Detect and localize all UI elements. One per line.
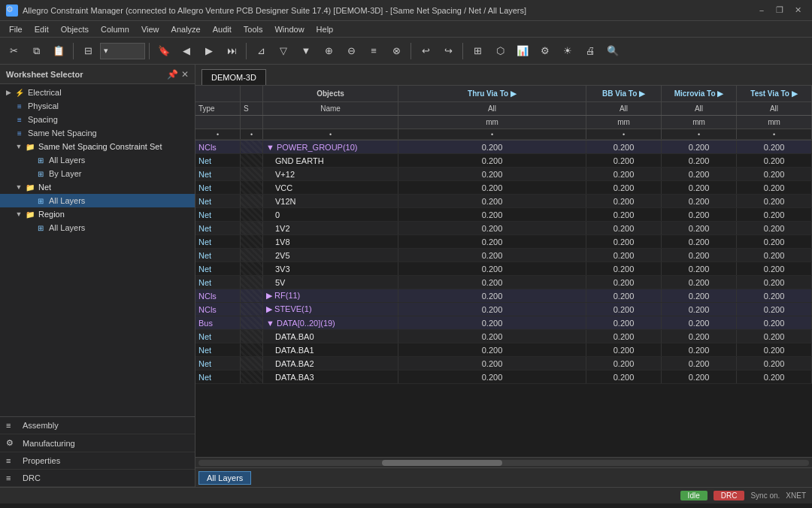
cell-v2[interactable]: 0.200 bbox=[586, 303, 662, 316]
table-row[interactable]: Net DATA.BA1 0.200 0.200 0.200 0.200 bbox=[195, 343, 812, 357]
h-scroll-thumb[interactable] bbox=[382, 460, 502, 466]
table-row[interactable]: NCls ▶ STEVE(1) 0.200 0.200 0.200 0.200 bbox=[195, 303, 812, 316]
cell-v3[interactable]: 0.200 bbox=[662, 249, 737, 262]
cell-v4[interactable]: 0.200 bbox=[737, 222, 812, 234]
toolbar-nav-next[interactable]: ▶ bbox=[198, 41, 220, 62]
menu-view[interactable]: View bbox=[135, 23, 165, 35]
cell-v1[interactable]: 0.200 bbox=[398, 370, 586, 383]
toolbar-nav-end[interactable]: ⏭ bbox=[221, 41, 242, 62]
toolbar-spreadsheet[interactable]: ⊞ bbox=[467, 41, 488, 62]
cell-v4[interactable]: 0.200 bbox=[737, 141, 812, 153]
menu-file[interactable]: File bbox=[3, 23, 29, 35]
toolbar-settings[interactable]: ⚙ bbox=[535, 41, 556, 62]
sidebar-item-electrical[interactable]: ▶ ⚡ Electrical bbox=[0, 86, 195, 99]
cell-v2[interactable]: 0.200 bbox=[586, 235, 662, 248]
cell-v3[interactable]: 0.200 bbox=[662, 168, 737, 180]
cell-v2[interactable]: 0.200 bbox=[586, 141, 662, 153]
h-scroll[interactable] bbox=[195, 457, 812, 467]
sidebar-item-assembly[interactable]: ≡ Assembly bbox=[0, 417, 195, 434]
cell-v1[interactable]: 0.200 bbox=[398, 330, 586, 343]
cell-v1[interactable]: 0.200 bbox=[398, 195, 586, 207]
sidebar-pin-icon[interactable]: 📌 bbox=[167, 69, 178, 80]
table-row[interactable]: Net 5V 0.200 0.200 0.200 0.200 bbox=[195, 276, 812, 289]
cell-v4[interactable]: 0.200 bbox=[737, 316, 812, 329]
cell-v1[interactable]: 0.200 bbox=[398, 181, 586, 194]
toolbar-star[interactable]: ☀ bbox=[557, 41, 578, 62]
menu-help[interactable]: Help bbox=[311, 23, 340, 35]
cell-v2[interactable]: 0.200 bbox=[586, 249, 662, 262]
cell-v2[interactable]: 0.200 bbox=[586, 168, 662, 180]
cell-v4[interactable]: 0.200 bbox=[737, 370, 812, 383]
cell-v3[interactable]: 0.200 bbox=[662, 303, 737, 316]
cell-v4[interactable]: 0.200 bbox=[737, 154, 812, 167]
cell-v2[interactable]: 0.200 bbox=[586, 222, 662, 234]
header-bb-via[interactable]: BB Via To ▶ bbox=[586, 86, 662, 101]
toolbar-filter5[interactable]: ⊕ bbox=[318, 41, 339, 62]
header-thru-via[interactable]: Thru Via To ▶ bbox=[398, 86, 586, 101]
cell-v3[interactable]: 0.200 bbox=[662, 289, 737, 302]
cell-v4[interactable]: 0.200 bbox=[737, 195, 812, 207]
cell-v1[interactable]: 0.200 bbox=[398, 262, 586, 275]
cell-v4[interactable]: 0.200 bbox=[737, 181, 812, 194]
cell-v1[interactable]: 0.200 bbox=[398, 168, 586, 180]
sidebar-item-physical[interactable]: ≡ Physical bbox=[0, 99, 195, 113]
table-row[interactable]: Net 1V2 0.200 0.200 0.200 0.200 bbox=[195, 222, 812, 235]
close-button[interactable]: ✕ bbox=[789, 2, 806, 19]
minimize-button[interactable]: − bbox=[753, 2, 770, 19]
sidebar-item-region-all-layers[interactable]: ⊞ All Layers bbox=[0, 221, 195, 234]
header-test-via[interactable]: Test Via To ▶ bbox=[737, 86, 812, 101]
cell-v3[interactable]: 0.200 bbox=[662, 195, 737, 207]
cell-v4[interactable]: 0.200 bbox=[737, 357, 812, 370]
cell-v2[interactable]: 0.200 bbox=[586, 181, 662, 194]
cell-v1[interactable]: 0.200 bbox=[398, 154, 586, 167]
restore-button[interactable]: ❐ bbox=[771, 2, 788, 19]
cell-v3[interactable]: 0.200 bbox=[662, 370, 737, 383]
toolbar-filter7[interactable]: ≡ bbox=[363, 41, 384, 62]
cell-v3[interactable]: 0.200 bbox=[662, 316, 737, 329]
sidebar-item-spacing[interactable]: ≡ Spacing bbox=[0, 113, 195, 126]
cell-v4[interactable]: 0.200 bbox=[737, 289, 812, 302]
sidebar-item-cset-all-layers[interactable]: ⊞ All Layers bbox=[0, 153, 195, 167]
cell-v2[interactable]: 0.200 bbox=[586, 195, 662, 207]
cell-v3[interactable]: 0.200 bbox=[662, 141, 737, 153]
cell-v3[interactable]: 0.200 bbox=[662, 330, 737, 343]
cell-v4[interactable]: 0.200 bbox=[737, 262, 812, 275]
cell-v2[interactable]: 0.200 bbox=[586, 330, 662, 343]
cell-v3[interactable]: 0.200 bbox=[662, 208, 737, 221]
toolbar-dropdown1[interactable]: ▾ bbox=[100, 43, 145, 59]
toolbar-paste[interactable]: 📋 bbox=[48, 41, 69, 62]
cell-v1[interactable]: 0.200 bbox=[398, 316, 586, 329]
cell-v1[interactable]: 0.200 bbox=[398, 222, 586, 234]
menu-window[interactable]: Window bbox=[268, 23, 310, 35]
table-row[interactable]: Bus ▼ DATA[0..20](19) 0.200 0.200 0.200 … bbox=[195, 316, 812, 330]
header-microvia[interactable]: Microvia To ▶ bbox=[662, 86, 737, 101]
cell-v1[interactable]: 0.200 bbox=[398, 208, 586, 221]
table-row[interactable]: NCls ▼ POWER_GROUP(10) 0.200 0.200 0.200… bbox=[195, 141, 812, 154]
toolbar-redo[interactable]: ↪ bbox=[438, 41, 459, 62]
cell-v1[interactable]: 0.200 bbox=[398, 276, 586, 289]
cell-v3[interactable]: 0.200 bbox=[662, 343, 737, 356]
cell-v2[interactable]: 0.200 bbox=[586, 276, 662, 289]
sidebar-item-by-layer[interactable]: ⊞ By Layer bbox=[0, 167, 195, 180]
table-row[interactable]: Net DATA.BA3 0.200 0.200 0.200 0.200 bbox=[195, 370, 812, 384]
table-row[interactable]: Net DATA.BA0 0.200 0.200 0.200 0.200 bbox=[195, 330, 812, 343]
table-row[interactable]: Net DATA.BA2 0.200 0.200 0.200 0.200 bbox=[195, 357, 812, 370]
toolbar-copy[interactable]: ⧉ bbox=[26, 41, 47, 62]
cell-v4[interactable]: 0.200 bbox=[737, 276, 812, 289]
bottom-tab-all-layers[interactable]: All Layers bbox=[198, 471, 251, 485]
cell-v4[interactable]: 0.200 bbox=[737, 208, 812, 221]
table-row[interactable]: Net 2V5 0.200 0.200 0.200 0.200 bbox=[195, 249, 812, 262]
table-row[interactable]: Net VCC 0.200 0.200 0.200 0.200 bbox=[195, 181, 812, 195]
cell-v1[interactable]: 0.200 bbox=[398, 235, 586, 248]
cell-v1[interactable]: 0.200 bbox=[398, 289, 586, 302]
cell-v1[interactable]: 0.200 bbox=[398, 303, 586, 316]
cell-v4[interactable]: 0.200 bbox=[737, 235, 812, 248]
cell-v4[interactable]: 0.200 bbox=[737, 168, 812, 180]
toolbar-filter2[interactable]: ⊿ bbox=[250, 41, 271, 62]
cell-v2[interactable]: 0.200 bbox=[586, 208, 662, 221]
toolbar-print[interactable]: 🖨 bbox=[580, 41, 601, 62]
toolbar-filter8[interactable]: ⊗ bbox=[386, 41, 407, 62]
toolbar-filter3[interactable]: ▽ bbox=[273, 41, 294, 62]
cell-v2[interactable]: 0.200 bbox=[586, 154, 662, 167]
table-row[interactable]: NCls ▶ RF(11) 0.200 0.200 0.200 0.200 bbox=[195, 289, 812, 303]
